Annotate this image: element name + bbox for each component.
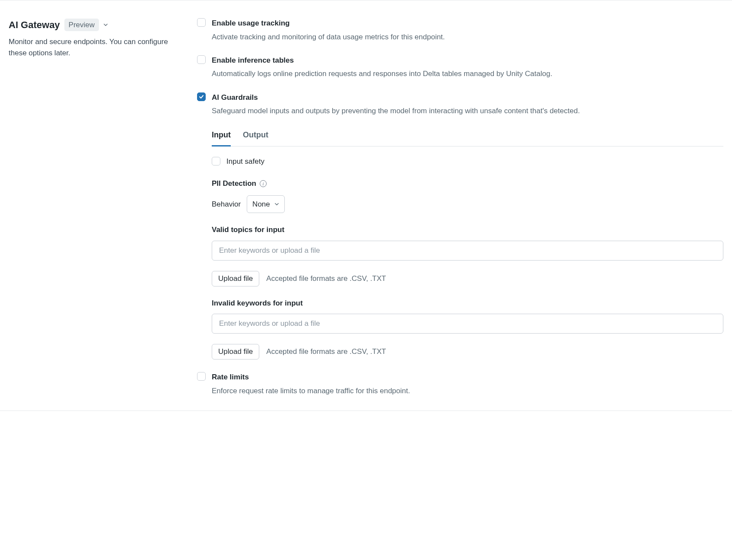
valid-topics-title: Valid topics for input xyxy=(212,224,723,235)
usage-tracking-checkbox[interactable] xyxy=(197,18,206,27)
invalid-keywords-upload-button[interactable]: Upload file xyxy=(212,344,259,360)
invalid-keywords-input[interactable] xyxy=(212,314,723,334)
rate-limits-description: Enforce request rate limits to manage tr… xyxy=(212,385,723,397)
input-safety-label: Input safety xyxy=(226,156,264,167)
pii-detection-title-text: PII Detection xyxy=(212,178,256,189)
pii-detection-title: PII Detection i xyxy=(212,178,723,189)
usage-tracking-title: Enable usage tracking xyxy=(212,18,723,29)
input-safety-checkbox[interactable] xyxy=(212,157,220,165)
tab-output[interactable]: Output xyxy=(243,126,268,146)
ai-guardrails-checkbox[interactable] xyxy=(197,92,206,101)
ai-guardrails-title: AI Guardrails xyxy=(212,92,723,103)
rate-limits-title: Rate limits xyxy=(212,372,723,383)
guardrails-tabs: Input Output xyxy=(212,126,723,146)
info-icon[interactable]: i xyxy=(260,180,267,187)
invalid-keywords-upload-hint: Accepted file formats are .CSV, .TXT xyxy=(266,346,386,357)
tab-input[interactable]: Input xyxy=(212,126,231,146)
valid-topics-upload-button[interactable]: Upload file xyxy=(212,271,259,286)
inference-tables-description: Automatically logs online prediction req… xyxy=(212,68,723,80)
behavior-select[interactable]: None xyxy=(247,195,285,213)
invalid-keywords-title: Invalid keywords for input xyxy=(212,298,723,309)
checkmark-icon xyxy=(199,94,204,99)
section-description: Monitor and secure endpoints. You can co… xyxy=(9,36,173,59)
behavior-value: None xyxy=(252,199,270,210)
inference-tables-title: Enable inference tables xyxy=(212,55,723,66)
chevron-down-icon[interactable] xyxy=(103,22,108,27)
rate-limits-checkbox[interactable] xyxy=(197,372,206,381)
inference-tables-checkbox[interactable] xyxy=(197,55,206,64)
ai-guardrails-description: Safeguard model inputs and outputs by pr… xyxy=(212,105,723,117)
valid-topics-upload-hint: Accepted file formats are .CSV, .TXT xyxy=(266,273,386,284)
valid-topics-input[interactable] xyxy=(212,241,723,261)
section-title: AI Gateway xyxy=(9,18,60,32)
behavior-label: Behavior xyxy=(212,199,241,210)
chevron-down-icon xyxy=(274,202,279,207)
preview-badge: Preview xyxy=(64,19,99,32)
usage-tracking-description: Activate tracking and monitoring of data… xyxy=(212,32,723,43)
